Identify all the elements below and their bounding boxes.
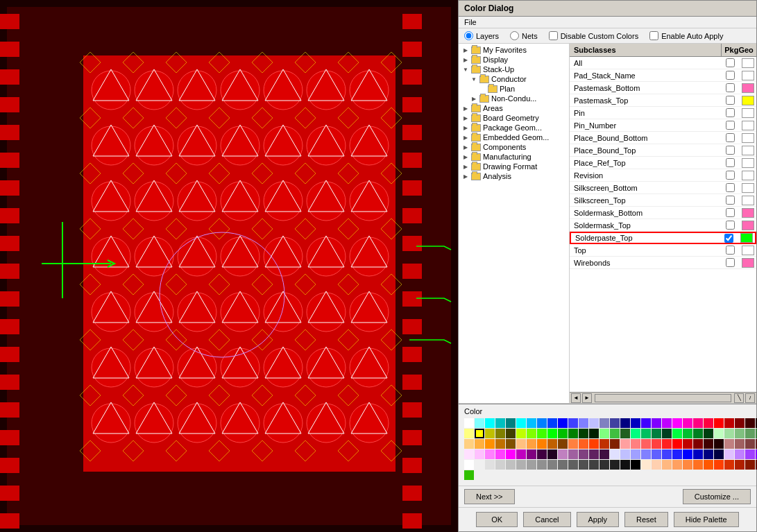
subclass-row-1[interactable]: Pad_Stack_Name xyxy=(570,69,756,82)
palette-cell-81[interactable] xyxy=(475,439,484,449)
palette-cell-56[interactable] xyxy=(631,429,640,438)
tree-expand-components[interactable]: ▶ xyxy=(461,143,470,151)
palette-cell-200[interactable] xyxy=(464,470,474,480)
palette-cell-7[interactable] xyxy=(537,418,547,428)
subclass-check-4[interactable] xyxy=(722,108,739,117)
subclass-check-2[interactable] xyxy=(722,83,739,92)
palette-cell-12[interactable] xyxy=(589,418,599,428)
subclass-row-16[interactable]: Wirebonds xyxy=(570,257,756,269)
palette-cell-141[interactable] xyxy=(683,449,692,459)
palette-cell-121[interactable] xyxy=(475,449,484,459)
palette-cell-138[interactable] xyxy=(652,449,661,459)
scroll-path-1[interactable]: ╲ xyxy=(734,393,744,403)
tree-expand-pkggeom[interactable]: ▶ xyxy=(461,123,470,132)
palette-cell-169[interactable] xyxy=(558,460,568,470)
palette-cell-18[interactable] xyxy=(652,418,661,428)
palette-cell-167[interactable] xyxy=(537,460,547,470)
next-button[interactable]: Next >> xyxy=(464,489,515,504)
palette-cell-160[interactable] xyxy=(464,460,474,470)
tree-item-areas[interactable]: ▶Areas xyxy=(459,103,569,113)
subclass-color-4[interactable] xyxy=(739,108,756,119)
palette-cell-93[interactable] xyxy=(599,439,609,449)
palette-cell-2[interactable] xyxy=(485,418,495,428)
subclass-color-6[interactable] xyxy=(739,132,756,144)
palette-cell-6[interactable] xyxy=(527,418,536,428)
subclass-check-9[interactable] xyxy=(722,171,739,180)
subclass-row-14[interactable]: Solderpaste_Top xyxy=(570,232,756,244)
palette-cell-23[interactable] xyxy=(704,418,713,428)
subclass-color-11[interactable] xyxy=(739,195,756,206)
palette-cell-53[interactable] xyxy=(599,429,609,438)
palette-cell-16[interactable] xyxy=(631,418,640,428)
subclass-row-10[interactable]: Silkscreen_Bottom xyxy=(570,182,756,194)
tree-item-components[interactable]: ▶Components xyxy=(459,142,569,152)
palette-cell-182[interactable] xyxy=(693,460,703,470)
palette-cell-186[interactable] xyxy=(735,460,745,470)
subclass-color-9[interactable] xyxy=(739,170,756,181)
palette-cell-187[interactable] xyxy=(745,460,755,470)
palette-cell-3[interactable] xyxy=(495,418,505,428)
subclass-check-13[interactable] xyxy=(722,221,739,230)
subclass-checkbox-0[interactable] xyxy=(726,58,735,67)
palette-cell-176[interactable] xyxy=(631,460,640,470)
tree-item-embedgeom[interactable]: ▶Embedded Geom... xyxy=(459,132,569,142)
palette-cell-54[interactable] xyxy=(610,429,620,438)
palette-cell-171[interactable] xyxy=(579,460,588,470)
disable-custom-checkbox[interactable] xyxy=(549,31,558,40)
file-menu[interactable]: File xyxy=(464,18,477,26)
palette-cell-43[interactable] xyxy=(495,429,505,438)
palette-cell-65[interactable] xyxy=(724,429,734,438)
subclass-checkbox-2[interactable] xyxy=(726,83,735,92)
palette-cell-47[interactable] xyxy=(537,429,547,438)
palette-cell-10[interactable] xyxy=(568,418,578,428)
subclass-checkbox-1[interactable] xyxy=(726,71,735,80)
palette-cell-1[interactable] xyxy=(475,418,484,428)
cancel-button[interactable]: Cancel xyxy=(523,512,570,527)
tree-item-plan[interactable]: Plan xyxy=(459,84,569,94)
palette-cell-13[interactable] xyxy=(599,418,609,428)
tree-item-display[interactable]: ▶Display xyxy=(459,55,569,65)
palette-cell-90[interactable] xyxy=(568,439,578,449)
palette-cell-166[interactable] xyxy=(527,460,536,470)
palette-cell-174[interactable] xyxy=(610,460,620,470)
palette-cell-83[interactable] xyxy=(495,439,505,449)
palette-cell-129[interactable] xyxy=(558,449,568,459)
palette-cell-9[interactable] xyxy=(558,418,568,428)
palette-cell-46[interactable] xyxy=(527,429,536,438)
apply-button[interactable]: Apply xyxy=(577,512,620,527)
subclass-check-0[interactable] xyxy=(722,58,739,67)
tree-expand-conductor[interactable]: ▼ xyxy=(470,75,478,83)
palette-cell-124[interactable] xyxy=(506,449,516,459)
tree-item-analysis[interactable]: ▶Analysis xyxy=(459,171,569,181)
palette-cell-45[interactable] xyxy=(516,429,526,438)
palette-cell-58[interactable] xyxy=(652,429,661,438)
palette-cell-99[interactable] xyxy=(662,439,672,449)
tree-expand-noncond[interactable]: ▶ xyxy=(470,94,478,103)
palette-cell-101[interactable] xyxy=(683,439,692,449)
subclass-row-2[interactable]: Pastemask_Bottom xyxy=(570,82,756,94)
palette-cell-14[interactable] xyxy=(610,418,620,428)
palette-cell-52[interactable] xyxy=(589,429,599,438)
palette-cell-55[interactable] xyxy=(620,429,630,438)
palette-cell-5[interactable] xyxy=(516,418,526,428)
subclass-checkbox-11[interactable] xyxy=(726,196,735,205)
palette-cell-130[interactable] xyxy=(568,449,578,459)
palette-cell-87[interactable] xyxy=(537,439,547,449)
subclass-check-7[interactable] xyxy=(722,146,739,155)
tree-expand-analysis[interactable]: ▶ xyxy=(461,172,470,180)
palette-cell-95[interactable] xyxy=(620,439,630,449)
palette-cell-40[interactable] xyxy=(464,429,474,438)
subclass-checkbox-10[interactable] xyxy=(726,183,735,192)
tree-expand-display[interactable]: ▶ xyxy=(461,55,470,64)
palette-cell-135[interactable] xyxy=(620,449,630,459)
tree-item-stackup[interactable]: ▼Stack-Up xyxy=(459,65,569,74)
palette-cell-163[interactable] xyxy=(495,460,505,470)
palette-cell-106[interactable] xyxy=(735,439,745,449)
palette-cell-85[interactable] xyxy=(516,439,526,449)
tree-expand-plan[interactable] xyxy=(478,85,486,93)
palette-cell-132[interactable] xyxy=(589,449,599,459)
palette-cell-140[interactable] xyxy=(672,449,682,459)
palette-cell-49[interactable] xyxy=(558,429,568,438)
palette-cell-91[interactable] xyxy=(579,439,588,449)
subclass-check-16[interactable] xyxy=(722,258,739,267)
